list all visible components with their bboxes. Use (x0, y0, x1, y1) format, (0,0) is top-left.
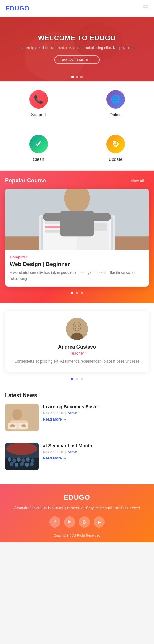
popular-section-header: Popular Course view all → (5, 177, 149, 184)
update-label: Update (109, 157, 122, 162)
course-image (5, 189, 149, 250)
teacher-section: Andrea Gustavo Teacher Consectetur adipi… (0, 303, 154, 385)
svg-point-23 (12, 409, 22, 420)
support-icon: 📞 (29, 90, 48, 109)
news-section-title: Latest News (5, 392, 149, 399)
feature-support: 📞 Support (0, 81, 77, 126)
svg-rect-15 (92, 213, 111, 221)
course-carousel-dots (5, 292, 149, 294)
svg-rect-13 (60, 211, 94, 236)
course-dot-3[interactable] (81, 292, 83, 294)
news-content-1: Learning Becomes Easier Dec 20, 2018 | A… (43, 404, 149, 431)
news-author-1: Admin (68, 411, 77, 415)
svg-point-29 (21, 424, 26, 427)
social-facebook[interactable]: f (49, 516, 60, 528)
course-title: Web Design | Beginner (10, 261, 144, 268)
svg-point-38 (31, 458, 34, 463)
svg-point-37 (26, 457, 30, 462)
hero-dot-1[interactable] (71, 76, 74, 78)
course-category: Computer (10, 255, 144, 259)
view-all-link[interactable]: view all → (131, 178, 149, 183)
online-label: Online (109, 112, 121, 117)
teacher-bio: Consectetur adipisicing elit. Assumenda … (11, 359, 143, 364)
feature-online: 🌐 Online (77, 81, 154, 126)
news-headline-2: at Seminar Last Month (43, 443, 149, 449)
footer-social-links: f in G ▶ (6, 516, 148, 528)
teacher-dot-1[interactable] (71, 378, 73, 380)
hero-banner: WELCOME TO EDUGO Lorem ipsum dolor sit a… (0, 17, 154, 81)
news-content-2: at Seminar Last Month Dec 20, 2018 | Adm… (43, 443, 149, 470)
hero-description: Lorem ipsum dolor sit amet, consectetur … (19, 45, 135, 51)
course-dot-2[interactable] (76, 292, 78, 294)
update-icon: ↻ (106, 135, 125, 153)
svg-point-21 (78, 325, 80, 327)
news-image-2 (5, 443, 39, 470)
course-description: A wonderful serenity has taken possessio… (10, 270, 144, 282)
news-item-1: Learning Becomes Easier Dec 20, 2018 | A… (5, 404, 149, 437)
teacher-dot-2[interactable] (76, 378, 78, 380)
footer: EDUGO A wonderful serenity has taken pos… (0, 484, 154, 542)
clean-label: Clean (33, 157, 44, 162)
news-item-2: at Seminar Last Month Dec 20, 2018 | Adm… (5, 443, 149, 476)
svg-point-32 (6, 443, 37, 455)
svg-point-28 (10, 424, 15, 427)
teacher-carousel-dots (5, 378, 149, 380)
latest-news-section: Latest News Learning Becomes Easier Dec … (0, 386, 154, 484)
news-image-1 (5, 404, 39, 431)
teacher-dot-3[interactable] (81, 378, 83, 380)
hero-dot-3[interactable] (80, 76, 83, 78)
logo: EDUGO (6, 5, 29, 12)
footer-logo: EDUGO (6, 493, 148, 501)
svg-point-36 (21, 458, 25, 463)
course-card: Computer Web Design | Beginner A wonderf… (5, 189, 149, 287)
clean-icon: ✓ (29, 135, 48, 153)
svg-point-34 (12, 458, 16, 463)
course-dot-1[interactable] (71, 292, 73, 294)
hero-dots (71, 76, 83, 78)
social-youtube[interactable]: ▶ (94, 516, 105, 528)
hero-title: WELCOME TO EDUGO (19, 34, 135, 42)
hero-button[interactable]: DISCOVER MORE → (54, 55, 100, 64)
features-grid: 📞 Support 🌐 Online ✓ Clean ↻ Update (0, 81, 154, 171)
teacher-name: Andrea Gustavo (11, 344, 143, 350)
news-date-1: Dec 20, 2018 (43, 411, 63, 415)
footer-copyright: Copyright © All Right Reserved (6, 534, 148, 537)
svg-point-33 (8, 457, 11, 462)
menu-icon[interactable]: ☰ (142, 4, 148, 12)
svg-rect-10 (93, 223, 107, 231)
feature-update: ↻ Update (77, 126, 154, 171)
news-date-2: Dec 20, 2018 (43, 450, 63, 454)
popular-section-title: Popular Course (5, 177, 46, 184)
footer-description: A wonderful serenity has taken possessio… (6, 505, 148, 511)
popular-course-section: Popular Course view all → (0, 171, 154, 303)
svg-point-39 (10, 462, 13, 466)
news-author-2: Admin (68, 450, 77, 454)
news-readmore-1[interactable]: Read More → (43, 417, 149, 421)
social-instagram[interactable]: in (64, 516, 75, 528)
svg-point-42 (25, 463, 29, 467)
svg-point-41 (20, 462, 24, 466)
svg-rect-14 (43, 213, 62, 221)
teacher-role: Teacher (11, 351, 143, 356)
avatar (66, 318, 88, 340)
online-icon: 🌐 (106, 90, 125, 109)
news-meta-2: Dec 20, 2018 | Admin (43, 450, 149, 454)
support-label: Support (31, 112, 46, 117)
teacher-card: Andrea Gustavo Teacher Consectetur adipi… (5, 311, 149, 372)
news-readmore-2[interactable]: Read More → (43, 456, 149, 460)
feature-clean: ✓ Clean (0, 126, 77, 171)
course-body: Computer Web Design | Beginner A wonderf… (5, 250, 149, 287)
social-google[interactable]: G (79, 516, 90, 528)
hero-content: WELCOME TO EDUGO Lorem ipsum dolor sit a… (12, 34, 142, 64)
svg-point-35 (17, 457, 21, 462)
hero-dot-2[interactable] (76, 76, 78, 78)
header: EDUGO ☰ (0, 0, 154, 17)
news-headline-1: Learning Becomes Easier (43, 404, 149, 410)
svg-point-40 (15, 463, 18, 467)
svg-point-43 (30, 462, 34, 466)
svg-point-20 (74, 325, 76, 327)
news-meta-1: Dec 20, 2018 | Admin (43, 411, 149, 415)
